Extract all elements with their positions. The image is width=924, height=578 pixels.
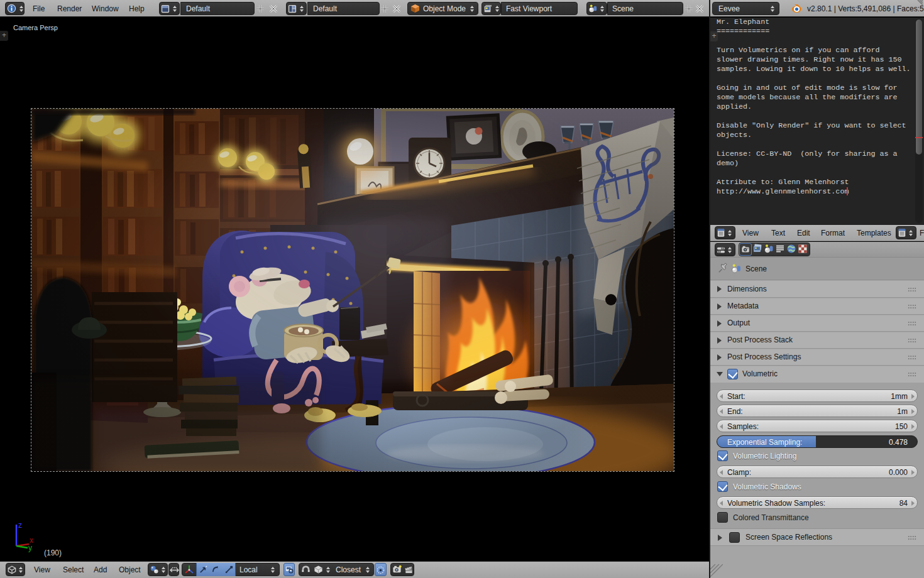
svg-text:z: z (18, 521, 22, 530)
svg-text:y: y (28, 543, 32, 552)
